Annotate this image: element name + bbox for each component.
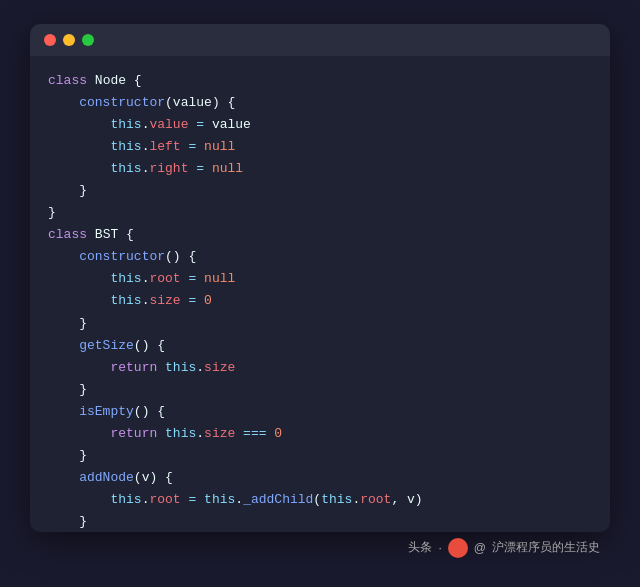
- editor-window: class Node { constructor(value) { this.v…: [30, 24, 610, 532]
- code-line: return this.size === 0: [48, 423, 592, 445]
- code-area: class Node { constructor(value) { this.v…: [30, 56, 610, 532]
- minimize-dot[interactable]: [63, 34, 75, 46]
- code-line: }: [48, 180, 592, 202]
- maximize-dot[interactable]: [82, 34, 94, 46]
- code-line: this.value = value: [48, 114, 592, 136]
- footer-avatar: [448, 538, 468, 558]
- code-line: this.left = null: [48, 136, 592, 158]
- code-line: }: [48, 445, 592, 467]
- code-line: constructor() {: [48, 246, 592, 268]
- code-line: return this.size: [48, 357, 592, 379]
- outer-container: class Node { constructor(value) { this.v…: [30, 24, 610, 564]
- code-line: this.root = this._addChild(this.root, v): [48, 489, 592, 511]
- code-line: this.right = null: [48, 158, 592, 180]
- code-line: addNode(v) {: [48, 467, 592, 489]
- code-line: class Node {: [48, 70, 592, 92]
- code-line: isEmpty() {: [48, 401, 592, 423]
- footer-author: 沪漂程序员的生活史: [492, 539, 600, 556]
- footer-bar: 头条 · @ 沪漂程序员的生活史: [30, 532, 610, 564]
- code-line: }: [48, 202, 592, 224]
- code-line: }: [48, 379, 592, 401]
- code-line: class BST {: [48, 224, 592, 246]
- close-dot[interactable]: [44, 34, 56, 46]
- code-line: getSize() {: [48, 335, 592, 357]
- code-line: constructor(value) {: [48, 92, 592, 114]
- title-bar: [30, 24, 610, 56]
- code-line: }: [48, 313, 592, 335]
- code-line: }: [48, 511, 592, 531]
- code-line: this.root = null: [48, 268, 592, 290]
- footer-channel: 头条: [408, 539, 432, 556]
- footer-separator: ·: [438, 541, 441, 555]
- code-line: this.size = 0: [48, 290, 592, 312]
- footer-at: @: [474, 541, 486, 555]
